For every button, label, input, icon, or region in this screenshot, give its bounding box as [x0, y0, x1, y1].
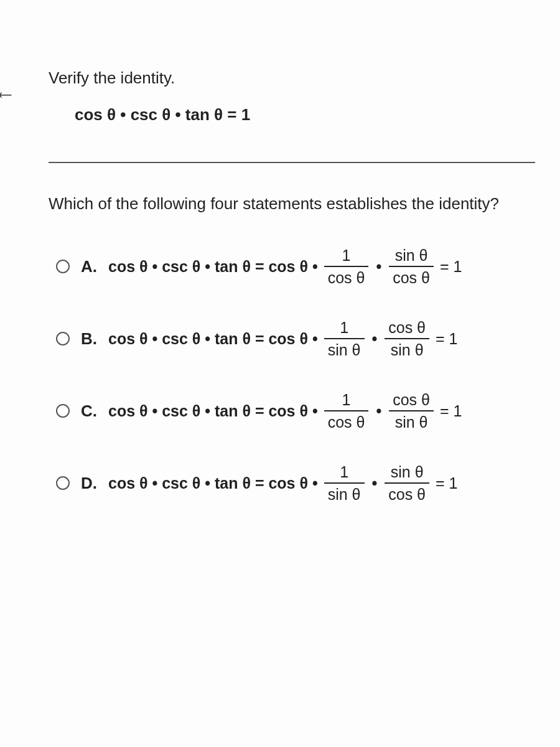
- option-letter: B.: [81, 329, 97, 349]
- expr-rhs: = 1: [440, 403, 462, 419]
- frac-num: cos θ: [389, 389, 434, 410]
- frac-den: cos θ: [385, 484, 429, 505]
- frac-den: cos θ: [324, 411, 369, 433]
- option-a[interactable]: A. cos θ • csc θ • tan θ = cos θ • 1 cos…: [56, 245, 535, 288]
- radio-c[interactable]: [56, 404, 70, 418]
- dot-icon: •: [375, 259, 383, 275]
- expr-rhs: = 1: [440, 259, 462, 275]
- expr-lhs: cos θ • csc θ • tan θ = cos θ •: [108, 403, 318, 419]
- radio-b[interactable]: [56, 332, 70, 345]
- dot-icon: •: [371, 331, 379, 347]
- expr-lhs: cos θ • csc θ • tan θ = cos θ •: [108, 331, 318, 347]
- fraction-2: sin θ cos θ: [385, 461, 429, 505]
- option-c[interactable]: C. cos θ • csc θ • tan θ = cos θ • 1 cos…: [56, 389, 535, 433]
- expr-rhs: = 1: [436, 331, 457, 347]
- frac-num: 1: [338, 389, 355, 410]
- frac-num: sin θ: [391, 245, 432, 266]
- frac-num: sin θ: [387, 461, 427, 482]
- frac-den: cos θ: [324, 267, 369, 288]
- prompt-text: Verify the identity.: [49, 68, 535, 88]
- radio-a[interactable]: [56, 260, 70, 273]
- frac-den: sin θ: [324, 339, 365, 360]
- fraction-1: 1 sin θ: [324, 461, 365, 505]
- expr-rhs: = 1: [436, 476, 457, 491]
- option-b[interactable]: B. cos θ • csc θ • tan θ = cos θ • 1 sin…: [56, 317, 535, 360]
- option-letter: D.: [81, 474, 97, 493]
- section-divider: [49, 162, 535, 163]
- options-list: A. cos θ • csc θ • tan θ = cos θ • 1 cos…: [49, 245, 535, 505]
- fraction-1: 1 sin θ: [324, 317, 365, 360]
- option-expression: cos θ • csc θ • tan θ = cos θ • 1 cos θ …: [108, 389, 462, 433]
- back-arrow-icon[interactable]: ←: [0, 81, 16, 107]
- option-expression: cos θ • csc θ • tan θ = cos θ • 1 sin θ …: [108, 461, 457, 505]
- frac-den: sin θ: [324, 484, 365, 505]
- identity-equation: cos θ • csc θ • tan θ = 1: [49, 105, 535, 125]
- option-letter: A.: [81, 257, 97, 276]
- frac-num: 1: [336, 461, 352, 482]
- frac-den: cos θ: [389, 267, 434, 288]
- option-letter: C.: [81, 402, 97, 421]
- option-d[interactable]: D. cos θ • csc θ • tan θ = cos θ • 1 sin…: [56, 461, 535, 505]
- frac-den: sin θ: [387, 339, 427, 360]
- page-content: Verify the identity. cos θ • csc θ • tan…: [0, 0, 560, 530]
- fraction-2: cos θ sin θ: [385, 317, 429, 360]
- fraction-2: sin θ cos θ: [389, 245, 434, 288]
- fraction-1: 1 cos θ: [324, 389, 369, 433]
- option-expression: cos θ • csc θ • tan θ = cos θ • 1 cos θ …: [108, 245, 462, 288]
- dot-icon: •: [375, 403, 383, 419]
- expr-lhs: cos θ • csc θ • tan θ = cos θ •: [108, 476, 318, 491]
- question-text: Which of the following four statements e…: [49, 194, 535, 214]
- option-expression: cos θ • csc θ • tan θ = cos θ • 1 sin θ …: [108, 317, 457, 360]
- radio-d[interactable]: [56, 476, 70, 490]
- fraction-2: cos θ sin θ: [389, 389, 434, 433]
- frac-den: sin θ: [391, 411, 432, 433]
- frac-num: 1: [338, 245, 355, 266]
- frac-num: cos θ: [385, 317, 429, 338]
- dot-icon: •: [371, 476, 379, 491]
- expr-lhs: cos θ • csc θ • tan θ = cos θ •: [108, 259, 318, 275]
- fraction-1: 1 cos θ: [324, 245, 369, 288]
- frac-num: 1: [336, 317, 352, 338]
